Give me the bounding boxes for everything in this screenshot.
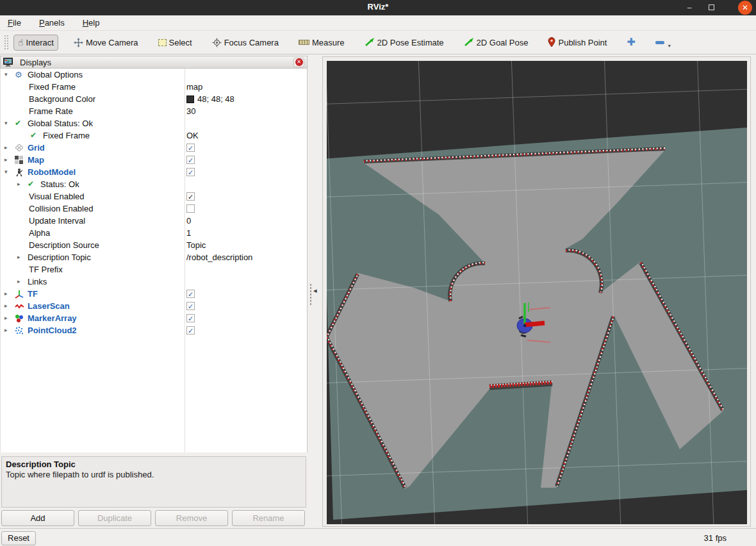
row-value[interactable]: 1 [186,227,191,239]
tool-remove-tool-icon[interactable]: ▾ [651,33,675,52]
tree-row-robotmodel[interactable]: ▾RobotModel✓ [1,166,307,178]
row-value[interactable]: /robot_description [186,251,252,263]
displays-close-button[interactable]: ✕ [293,58,304,67]
menu-file[interactable]: File [8,18,21,28]
expander-icon[interactable]: ▸ [4,288,15,300]
help-text: Topic where filepath to urdf is publishe… [6,470,302,479]
row-value[interactable]: OK [186,129,199,142]
tree-row-links[interactable]: ▸Links [1,276,307,288]
checkbox[interactable]: ✓ [186,314,195,322]
row-value[interactable]: ✓ [186,288,195,300]
tool-label: Focus Camera [224,38,279,47]
tree-row-grid[interactable]: ▸Grid✓ [1,142,307,154]
tree-row-fixed-frame[interactable]: Fixed Framemap [1,81,307,93]
remove-button[interactable]: Remove [155,510,228,526]
grid-icon [15,144,24,152]
row-label: Fixed Frame [43,129,90,142]
minimize-button[interactable]: – [682,1,697,14]
tree-row-tf[interactable]: ▸TF✓ [1,288,307,300]
row-value[interactable]: ✓ [186,300,195,312]
panel-splitter[interactable]: ◂ [308,56,322,528]
row-value[interactable]: 0 [186,215,191,227]
tree-row-fixed-frame[interactable]: ✔Fixed FrameOK [1,129,307,142]
add-tool-icon: ✚ [627,37,635,47]
tool-focus-camera[interactable]: Focus Camera [208,35,283,51]
maximize-button[interactable] [703,1,719,14]
row-label: Collision Enabled [29,203,93,215]
row-value[interactable] [186,203,195,215]
expander-icon[interactable]: ▾ [4,117,15,129]
splitter-collapse-icon[interactable]: ◂ [313,286,317,295]
checkbox[interactable]: ✓ [186,302,195,310]
tree-row-map[interactable]: ▸Map✓ [1,154,307,166]
tool-publish-point[interactable]: Publish Point [543,34,611,51]
tree-row-alpha[interactable]: Alpha1 [1,227,307,239]
tree-row-description-source[interactable]: Description SourceTopic [1,239,307,251]
maximize-icon [709,4,714,10]
expander-icon[interactable]: ▸ [4,324,15,336]
status-bar: Reset 31 fps [0,528,756,546]
row-value[interactable]: ✓ [186,190,195,203]
close-button[interactable]: ✕ [738,1,752,15]
expander-icon[interactable]: ▸ [4,142,15,154]
duplicate-button[interactable]: Duplicate [78,510,151,526]
row-value[interactable]: 48; 48; 48 [186,93,234,105]
rename-button[interactable]: Rename [232,510,305,526]
expander-icon[interactable]: ▾ [4,69,15,81]
tree-row-collision-enabled[interactable]: Collision Enabled [1,203,307,215]
row-label: Links [28,276,47,288]
expander-icon[interactable]: ▾ [4,166,15,178]
row-value[interactable]: ✓ [186,142,195,154]
row-value[interactable]: 30 [186,105,195,117]
row-value[interactable]: map [186,81,202,93]
row-value[interactable]: ✓ [186,154,195,166]
tree-row-tf-prefix[interactable]: TF Prefix [1,263,307,276]
checkbox[interactable]: ✓ [186,144,195,152]
row-value[interactable]: ✓ [186,324,195,336]
tree-row-status-ok[interactable]: ▸✔Status: Ok [1,178,307,190]
tree-row-laserscan[interactable]: ▸LaserScan✓ [1,300,307,312]
row-value[interactable]: Topic [186,239,206,251]
tool-interact[interactable]: ☝Interact [13,35,58,51]
expander-icon[interactable]: ▸ [4,312,15,324]
tree-row-global-options[interactable]: ▾⚙Global Options [1,69,307,81]
tool-2d-goal-pose[interactable]: 2D Goal Pose [459,35,533,51]
expander-icon[interactable]: ▸ [4,300,15,312]
tool-move-camera[interactable]: Move Camera [69,35,143,51]
checkbox[interactable]: ✓ [186,192,195,201]
expander-icon[interactable]: ▸ [4,154,15,166]
tool-measure[interactable]: Measure [294,35,349,51]
measure-ruler-icon [299,40,309,45]
row-value[interactable]: ✓ [186,166,195,178]
row-label: Background Color [29,93,95,105]
toolbar-drag-handle[interactable] [4,35,8,50]
goal-pose-arrow-icon [464,38,474,47]
tree-row-frame-rate[interactable]: Frame Rate30 [1,105,307,117]
tree-row-markerarray[interactable]: ▸MarkerArray✓ [1,312,307,324]
tree-row-background-color[interactable]: Background Color48; 48; 48 [1,93,307,105]
menu-help[interactable]: Help [83,18,100,28]
checkbox[interactable]: ✓ [186,326,195,335]
tool-add-tool-icon[interactable]: ✚ [622,34,639,51]
viewport-3d[interactable] [327,61,747,524]
tree-row-global-status-ok[interactable]: ▾✔Global Status: Ok [1,117,307,129]
tree-row-pointcloud2[interactable]: ▸PointCloud2✓ [1,324,307,336]
checkbox[interactable]: ✓ [186,290,195,298]
checkbox[interactable] [186,204,195,213]
expander-icon[interactable]: ▸ [17,178,28,190]
tree-row-update-interval[interactable]: Update Interval0 [1,215,307,227]
tree-row-description-topic[interactable]: ▸Description Topic/robot_description [1,251,307,263]
color-swatch[interactable] [186,95,194,103]
row-value[interactable]: ✓ [186,312,195,324]
tree-row-visual-enabled[interactable]: Visual Enabled✓ [1,190,307,203]
menu-panels[interactable]: Panels [39,18,65,28]
add-button[interactable]: Add [1,510,74,526]
reset-button[interactable]: Reset [1,531,36,545]
tool-2d-pose-estimate[interactable]: 2D Pose Estimate [360,35,448,51]
checkbox[interactable]: ✓ [186,156,195,164]
checkbox[interactable]: ✓ [186,168,195,176]
expander-icon[interactable]: ▸ [17,251,28,263]
tool-select[interactable]: Select [154,35,197,51]
chevron-down-icon[interactable]: ▾ [668,43,671,49]
expander-icon[interactable]: ▸ [17,276,28,288]
